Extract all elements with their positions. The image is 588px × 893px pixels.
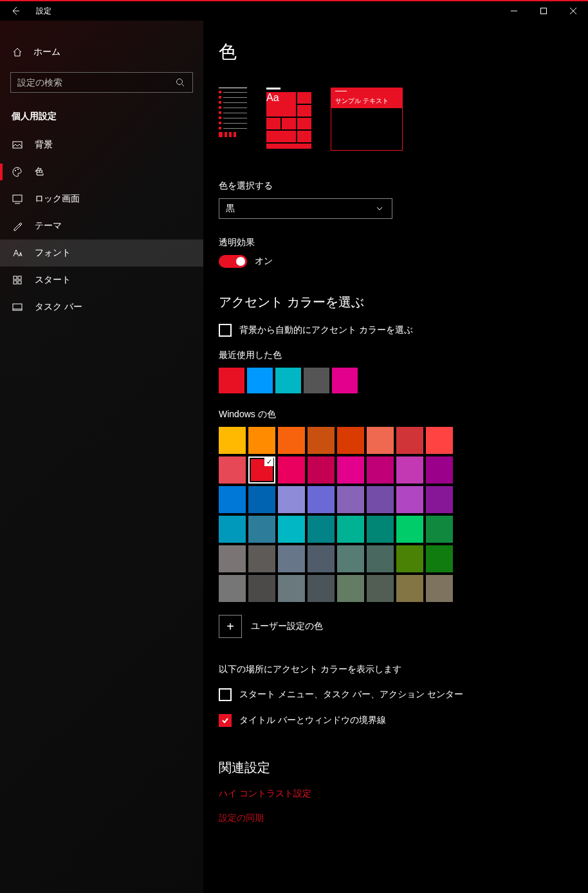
search-icon bbox=[174, 77, 186, 88]
back-button[interactable] bbox=[0, 1, 31, 21]
color-swatch[interactable] bbox=[396, 545, 423, 572]
color-swatch[interactable] bbox=[278, 456, 305, 484]
color-swatch[interactable] bbox=[248, 516, 275, 543]
color-swatch[interactable] bbox=[219, 456, 246, 484]
search-input[interactable] bbox=[17, 77, 174, 88]
color-swatch[interactable] bbox=[426, 516, 453, 543]
color-swatch[interactable] bbox=[426, 427, 453, 454]
close-button[interactable] bbox=[558, 1, 588, 21]
recent-color-swatch[interactable] bbox=[247, 368, 273, 393]
svg-rect-0 bbox=[541, 8, 547, 14]
color-swatch[interactable] bbox=[248, 545, 275, 572]
color-swatch[interactable] bbox=[337, 456, 364, 484]
surfaces-label: 以下の場所にアクセント カラーを表示します bbox=[219, 664, 573, 675]
color-swatch[interactable] bbox=[219, 545, 246, 572]
surface-title-checkbox[interactable] bbox=[219, 714, 232, 727]
nav-start[interactable]: スタート bbox=[0, 267, 203, 294]
auto-accent-checkbox-row[interactable]: 背景から自動的にアクセント カラーを選ぶ bbox=[219, 324, 573, 337]
link-sync-settings[interactable]: 設定の同期 bbox=[219, 813, 573, 824]
recent-colors-label: 最近使用した色 bbox=[219, 350, 573, 361]
color-swatch[interactable] bbox=[308, 456, 335, 484]
color-swatch[interactable] bbox=[396, 456, 423, 484]
color-swatch[interactable] bbox=[248, 575, 275, 602]
nav-fonts[interactable]: フォント bbox=[0, 240, 203, 267]
svg-rect-5 bbox=[13, 195, 22, 202]
color-swatch[interactable] bbox=[426, 486, 453, 513]
color-swatch[interactable] bbox=[219, 516, 246, 543]
nav-colors[interactable]: 色 bbox=[0, 158, 203, 185]
color-swatch[interactable] bbox=[337, 516, 364, 543]
surface-start-checkbox[interactable] bbox=[219, 688, 232, 701]
color-swatch[interactable] bbox=[248, 456, 275, 484]
color-swatch[interactable] bbox=[426, 545, 453, 572]
color-swatch[interactable] bbox=[219, 575, 246, 602]
search-box[interactable] bbox=[10, 72, 193, 93]
color-swatch[interactable] bbox=[308, 516, 335, 543]
nav-taskbar[interactable]: タスク バー bbox=[0, 294, 203, 321]
recent-color-swatch[interactable] bbox=[304, 368, 329, 393]
themes-icon bbox=[12, 220, 23, 232]
color-swatch[interactable] bbox=[308, 545, 335, 572]
color-swatch[interactable] bbox=[337, 575, 364, 602]
chevron-down-icon bbox=[374, 203, 385, 214]
color-swatch[interactable] bbox=[426, 456, 453, 484]
recent-color-swatch[interactable] bbox=[332, 368, 358, 393]
color-swatch[interactable] bbox=[219, 427, 246, 454]
auto-accent-checkbox[interactable] bbox=[219, 324, 232, 337]
color-swatch[interactable] bbox=[308, 486, 335, 513]
color-preview: Aa サンプル テキスト bbox=[219, 88, 573, 151]
color-swatch[interactable] bbox=[308, 575, 335, 602]
color-swatch[interactable] bbox=[396, 427, 423, 454]
color-swatch[interactable] bbox=[337, 545, 364, 572]
color-swatch[interactable] bbox=[396, 516, 423, 543]
color-swatch[interactable] bbox=[278, 516, 305, 543]
color-swatch[interactable] bbox=[219, 486, 246, 513]
color-swatch[interactable] bbox=[248, 427, 275, 454]
color-swatch[interactable] bbox=[337, 486, 364, 513]
link-high-contrast[interactable]: ハイ コントラスト設定 bbox=[219, 788, 573, 800]
color-swatch[interactable] bbox=[396, 486, 423, 513]
home-label: ホーム bbox=[33, 46, 60, 58]
color-swatch[interactable] bbox=[426, 575, 453, 602]
nav-background[interactable]: 背景 bbox=[0, 131, 203, 158]
maximize-button[interactable] bbox=[529, 1, 558, 21]
surface-title-row[interactable]: タイトル バーとウィンドウの境界線 bbox=[219, 714, 573, 727]
preview-start: Aa bbox=[266, 88, 311, 149]
svg-point-3 bbox=[15, 170, 16, 171]
color-swatch[interactable] bbox=[278, 486, 305, 513]
home-link[interactable]: ホーム bbox=[0, 40, 203, 64]
accent-heading: アクセント カラーを選ぶ bbox=[219, 294, 573, 311]
recent-color-swatch[interactable] bbox=[275, 368, 301, 393]
color-swatch[interactable] bbox=[278, 427, 305, 454]
surface-start-row[interactable]: スタート メニュー、タスク バー、アクション センター bbox=[219, 688, 573, 701]
windows-colors-label: Windows の色 bbox=[219, 409, 573, 420]
surface-title-label: タイトル バーとウィンドウの境界線 bbox=[239, 715, 386, 726]
color-mode-select[interactable]: 黒 bbox=[219, 198, 392, 219]
nav-label: スタート bbox=[35, 274, 71, 286]
transparency-label: 透明効果 bbox=[219, 237, 573, 249]
color-swatch[interactable] bbox=[396, 575, 423, 602]
color-swatch[interactable] bbox=[337, 427, 364, 454]
minimize-button[interactable] bbox=[499, 1, 529, 21]
recent-color-swatch[interactable] bbox=[219, 368, 244, 393]
color-swatch[interactable] bbox=[308, 427, 335, 454]
color-swatch[interactable] bbox=[278, 545, 305, 572]
color-swatch[interactable] bbox=[367, 575, 394, 602]
color-swatch[interactable] bbox=[367, 427, 394, 454]
nav-label: 色 bbox=[35, 166, 44, 178]
titlebar: 設定 bbox=[0, 0, 588, 21]
transparency-toggle[interactable] bbox=[219, 255, 247, 268]
nav-lockscreen[interactable]: ロック画面 bbox=[0, 185, 203, 212]
windows-colors-palette bbox=[219, 427, 573, 602]
color-swatch[interactable] bbox=[367, 456, 394, 484]
color-swatch[interactable] bbox=[367, 545, 394, 572]
nav-themes[interactable]: テーマ bbox=[0, 212, 203, 240]
nav-label: 背景 bbox=[35, 139, 53, 151]
plus-icon[interactable]: + bbox=[219, 615, 242, 638]
svg-point-1 bbox=[177, 79, 183, 85]
color-swatch[interactable] bbox=[278, 575, 305, 602]
color-swatch[interactable] bbox=[367, 486, 394, 513]
color-swatch[interactable] bbox=[248, 486, 275, 513]
color-swatch[interactable] bbox=[367, 516, 394, 543]
custom-color-row[interactable]: + ユーザー設定の色 bbox=[219, 615, 573, 638]
